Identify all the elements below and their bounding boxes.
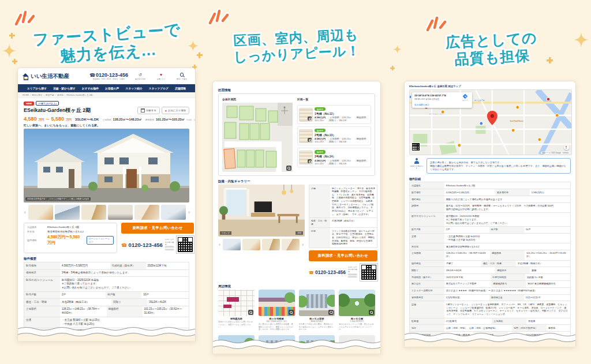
- land-area: 128.23㎡〜148.23㎡: [113, 118, 142, 122]
- map-poi-label[interactable]: Soul Food House: [510, 120, 523, 122]
- burst-decoration: [12, 9, 37, 32]
- nav-item-shop[interactable]: 店舗情報: [175, 87, 186, 90]
- area-map-photo[interactable]: [218, 290, 255, 316]
- nav-item-blog[interactable]: スタッフブログ: [149, 87, 169, 90]
- table-value: 販売開始日：2025/12/24 先着順 ※ご予約順で承っております。 ※お問い…: [444, 213, 570, 226]
- print-button[interactable]: 印刷する: [137, 107, 160, 114]
- table-row: エネルギー消費性能再エネあり ★★★★（削減率30%達成） 〜 再エネあり ★★…: [410, 288, 570, 295]
- nav-item-area[interactable]: エリアから探す: [27, 87, 47, 90]
- area-map[interactable]: Soul Food House アートギャラリー 桜ヶ丘図書館 35°38'19…: [409, 89, 572, 155]
- table-label: 特徴: [309, 228, 330, 247]
- table-row: 諸費用敷引金：10万〜20万円、管理費用・修繕費：ホームセキュリティ 1万/月、…: [410, 203, 570, 213]
- nav-item-recommend[interactable]: おすすめ物件: [82, 87, 99, 90]
- env-photo-card: 現地案内図 現地までの道順はお気軽にお問い合わせください。地図データをご参照くだ…: [218, 290, 255, 332]
- table-label: 物件種別: [410, 261, 444, 267]
- compass-icon[interactable]: [564, 145, 569, 150]
- photo-thumbnail[interactable]: [282, 239, 300, 250]
- photo-thumbnail[interactable]: [28, 205, 53, 220]
- next-arrow[interactable]: ›: [188, 210, 190, 215]
- table-row: 物件種別戸建て構造・工法・階建木造2階建（軸組工法）: [410, 261, 570, 268]
- photo-thumbnail[interactable]: [55, 205, 80, 220]
- table-row: 土地面積128.23㎡〜148.23㎡（38.78坪〜44.83坪）建物面積10…: [24, 306, 189, 317]
- contact-cta-button[interactable]: 資料請求・見学お問い合わせ: [121, 223, 194, 234]
- photo-thumbnail[interactable]: [262, 239, 280, 250]
- contact-phone[interactable]: ☎ 0120-123-456: [309, 269, 346, 275]
- zoom-icon[interactable]: [286, 166, 291, 171]
- table-value: ・京王線 聖蹟桜ヶ丘駅 徒歩15分 ・中央線 八王子駅 徒歩20分: [444, 234, 570, 243]
- favorites-button[interactable]: ♥ お気に入り: [152, 73, 170, 80]
- overview-table: 販売価格4,580万円〜5,580万円完成時期（築年月）2025年12月下旬価格…: [24, 262, 189, 335]
- status-badge: 販売中: [315, 150, 326, 153]
- zoom-icon[interactable]: [308, 117, 312, 121]
- table-label: 価格補足: [410, 196, 444, 202]
- zoom-icon[interactable]: [308, 159, 312, 163]
- next-arrow[interactable]: ›: [301, 242, 304, 247]
- table-value: 2戸: [60, 292, 106, 299]
- photo-thumbnail[interactable]: [223, 239, 241, 250]
- table-label: 管理費用等: [410, 295, 444, 301]
- prev-arrow[interactable]: ‹: [24, 210, 27, 215]
- unit-row[interactable]: 販売中 3号棟（No.14） 4,580万円〔土地面積〕128.23㎡ 〔建物面…: [297, 148, 371, 167]
- nav-item-staff[interactable]: スタッフ紹介: [125, 87, 142, 90]
- photo-thumbnail[interactable]: [134, 205, 159, 220]
- header-phone[interactable]: ☎0120-123-456 営業時間：9:00〜18:00 定休日：水曜日: [89, 72, 128, 80]
- table-value: 2戸: [444, 227, 489, 233]
- nav-item-line[interactable]: 沿線・駅から探す: [53, 87, 76, 90]
- table-label: 土地権利: [492, 318, 526, 325]
- main-photo[interactable]: 2025年12月完成予定！こだわりの外観デザインが映える新築分譲住宅: [24, 129, 189, 202]
- history-button[interactable]: ↺ 最近見た物件: [132, 73, 149, 80]
- property-name: ESeikatu-Garden桜ヶ丘 2期: [47, 226, 79, 228]
- kindergarten-photo[interactable]: [259, 290, 295, 316]
- site-logo[interactable]: いい生活不動産: [23, 73, 69, 80]
- enlarge-map-link[interactable]: 拡大地図を表示: [414, 103, 470, 106]
- zoom-icon[interactable]: [308, 138, 312, 142]
- table-value: フラット35S適合証明書、省エネルギー対策、駅まで平坦、全室2面採光、全室南向き…: [330, 228, 377, 247]
- search-icon: [173, 73, 190, 77]
- site-plan-image[interactable]: [222, 103, 293, 172]
- headline-quality: 広告としての品質も担保: [415, 27, 569, 70]
- photo-thumbnail[interactable]: [108, 205, 133, 220]
- table-label: 完成時期（築年月）: [410, 274, 444, 280]
- zoom-icon[interactable]: [248, 310, 253, 315]
- school-photo[interactable]: [299, 290, 335, 316]
- table-value: 整形地: [547, 325, 570, 331]
- contact-phone[interactable]: ☎ 0120-123-456: [121, 242, 163, 248]
- park-photo[interactable]: [339, 290, 375, 316]
- sparkle-icon: [574, 32, 589, 47]
- table-label: 間取り: [111, 299, 147, 306]
- photo-thumbnail[interactable]: [242, 239, 260, 250]
- zoom-icon[interactable]: [328, 310, 334, 315]
- subsection-site-plan: 全体区画図: [222, 97, 293, 101]
- table-value: 所有権: [526, 318, 570, 325]
- search-button[interactable]: 検索して探す: [173, 73, 190, 80]
- table-value: 2台駐車可: [444, 318, 492, 325]
- map-attribution[interactable]: 地図データ ©2025 Google 利用規約: [541, 152, 570, 154]
- table-label: 構造・工法・階建: [309, 218, 330, 227]
- price-low: 4,580: [24, 116, 37, 122]
- table-row: 間取り3SLDK〜4LDK建物状況新築: [410, 267, 570, 274]
- route-button[interactable]: ルート: [461, 94, 470, 102]
- table-row: 価格補足3号棟・5号棟は価格改定によって差額が発生いたします。: [24, 270, 189, 277]
- photo-thumbnail[interactable]: [161, 205, 186, 220]
- nav-item-voice[interactable]: お客様の声: [105, 87, 119, 90]
- map-poi-label[interactable]: アートギャラリー: [429, 113, 443, 115]
- detail-table: 分譲物名ESeikatu-Garden桜ヶ丘 2期販売価格4,580万円〜5,5…: [409, 182, 571, 347]
- loan-simulation-button[interactable]: ローンシミュレーション: [87, 236, 114, 245]
- unit-row[interactable]: 販売中 1号棟（No.12） 4,580万円〔土地面積〕128.23㎡ 〔建物面…: [297, 105, 371, 124]
- table-value: IHクッキングヒーター、浄水器、食器洗浄乾燥機、対面式キッチン、TOTO製洗面台…: [330, 185, 377, 217]
- zoom-icon[interactable]: [289, 310, 294, 315]
- zoom-icon[interactable]: [369, 310, 374, 315]
- breadcrumb[interactable]: HOME ＞ 物件を探す ＞ 新築戸建 ＞ 東京都 ＞ ESeikatu-Gar…: [18, 92, 195, 98]
- section-title-overview: 物件概要: [24, 257, 189, 261]
- prev-arrow[interactable]: ‹: [218, 242, 221, 247]
- map-poi-label[interactable]: 桜ヶ丘図書館: [474, 99, 485, 102]
- unit-row[interactable]: 販売中 2号棟（No.13） 4,580万円〔土地面積〕128.23㎡ 〔建物面…: [297, 126, 371, 145]
- add-favorite-button[interactable]: ♥お気に入り追加: [162, 107, 189, 114]
- env-photo-card: 桜ヶ丘小学校 300m 徒歩4分 毎日通う小学校も徒歩圏内。通学路は歩道が整備さ…: [299, 290, 335, 332]
- gallery-photo[interactable]: リビング 2/24: [218, 185, 305, 237]
- section-title-gallery: 設備・内覧ギャラリー: [218, 179, 375, 183]
- unit-thumbnail: [300, 151, 312, 164]
- section-title-lots: 区画情報: [218, 88, 375, 92]
- contact-cta-button[interactable]: 資料請求・見学お問い合わせ: [309, 250, 377, 261]
- photo-thumbnail[interactable]: [81, 205, 106, 220]
